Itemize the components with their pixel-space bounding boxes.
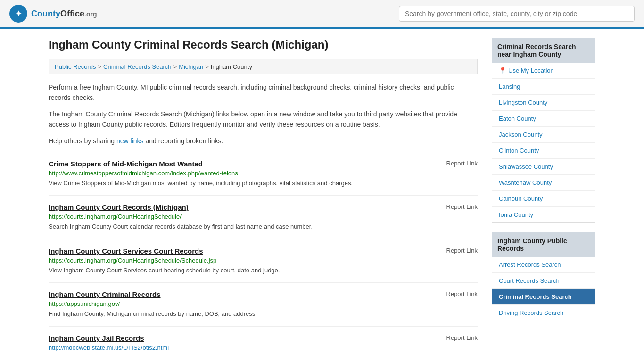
sidebar-nearby-link-1[interactable]: Lansing: [499, 83, 520, 90]
search-input[interactable]: [399, 6, 635, 22]
report-link-4[interactable]: Report Link: [446, 334, 478, 341]
record-url-2[interactable]: https://courts.ingham.org/CourtHearingSc…: [49, 257, 478, 264]
breadcrumb-sep-1: >: [98, 63, 101, 70]
record-desc-3: Find Ingham County, Michigan criminal re…: [49, 309, 478, 319]
record-title-2[interactable]: Ingham County Court Services Court Recor…: [49, 247, 203, 255]
record-item: Crime Stoppers of Mid-Michigan Most Want…: [49, 152, 478, 196]
record-url-1[interactable]: https://courts.ingham.org/CourtHearingSc…: [49, 213, 478, 220]
sidebar-public-item-3[interactable]: Driving Records Search: [492, 305, 595, 321]
breadcrumb-link-public-records[interactable]: Public Records: [55, 63, 96, 70]
record-item: Ingham County Court Records (Michigan) R…: [49, 195, 478, 239]
sidebar-nearby-link-4[interactable]: Jackson County: [499, 131, 543, 138]
sidebar-public-item-0[interactable]: Arrest Records Search: [492, 257, 595, 273]
records-list: Crime Stoppers of Mid-Michigan Most Want…: [49, 152, 478, 361]
sidebar-section2-header: Ingham County Public Records: [492, 232, 595, 257]
breadcrumb-sep-2: >: [173, 63, 177, 70]
sidebar-nearby-item-4[interactable]: Jackson County: [492, 127, 595, 143]
sidebar-nearby-item-7[interactable]: Washtenaw County: [492, 175, 595, 191]
breadcrumb-link-criminal[interactable]: Criminal Records Search: [103, 63, 172, 70]
content-area: Ingham County Criminal Records Search (M…: [49, 38, 478, 361]
record-title-0[interactable]: Crime Stoppers of Mid-Michigan Most Want…: [49, 160, 203, 168]
record-title-3[interactable]: Ingham County Criminal Records: [49, 290, 161, 298]
sidebar-nearby-item-8[interactable]: Calhoun County: [492, 191, 595, 207]
sidebar-public-link-2[interactable]: Criminal Records Search: [499, 293, 572, 300]
sidebar-nearby-item-9[interactable]: Ionia County: [492, 207, 595, 222]
sidebar-public-link-0[interactable]: Arrest Records Search: [499, 261, 561, 268]
sidebar-nearby-link-6[interactable]: Shiawassee County: [499, 163, 553, 170]
record-url-4[interactable]: http://mdocweb.state.mi.us/OTIS2/otis2.h…: [49, 344, 478, 351]
record-desc-1: Search Ingham County Court calendar reco…: [49, 222, 478, 231]
sidebar-public-link-1[interactable]: Court Records Search: [499, 277, 560, 284]
report-link-0[interactable]: Report Link: [446, 160, 478, 167]
report-link-1[interactable]: Report Link: [446, 203, 478, 210]
record-title-1[interactable]: Ingham County Court Records (Michigan): [49, 203, 189, 211]
sidebar-nearby-item-3[interactable]: Eaton County: [492, 111, 595, 127]
record-item: Ingham County Jail Records Report Link h…: [49, 326, 478, 361]
sidebar-nearby-link-2[interactable]: Livingston County: [499, 99, 547, 106]
sidebar-public-item-1[interactable]: Court Records Search: [492, 273, 595, 289]
sidebar-nearby-item-2[interactable]: Livingston County: [492, 95, 595, 111]
record-item: Ingham County Criminal Records Report Li…: [49, 282, 478, 326]
report-link-2[interactable]: Report Link: [446, 247, 478, 254]
main-container: Ingham County Criminal Records Search (M…: [39, 29, 605, 362]
new-links-link[interactable]: new links: [116, 137, 144, 145]
sidebar-section1-header: Criminal Records Search near Ingham Coun…: [492, 38, 595, 63]
page-title: Ingham County Criminal Records Search (M…: [49, 38, 478, 51]
sidebar-nearby-link-9[interactable]: Ionia County: [499, 211, 533, 218]
record-item: Ingham County Court Services Court Recor…: [49, 239, 478, 283]
sidebar-nearby-item-6[interactable]: Shiawassee County: [492, 159, 595, 175]
report-link-3[interactable]: Report Link: [446, 290, 478, 297]
logo-text: CountyOffice.org: [31, 9, 97, 19]
site-header: ✦ CountyOffice.org: [0, 0, 644, 29]
sidebar-nearby-link-5[interactable]: Clinton County: [499, 147, 539, 154]
sidebar: Criminal Records Search near Ingham Coun…: [492, 38, 595, 361]
record-url-3[interactable]: https://apps.michigan.gov/: [49, 300, 478, 307]
record-desc-0: View Crime Stoppers of Mid-Michigan most…: [49, 179, 478, 188]
description-para2: The Ingham County Criminal Records Searc…: [49, 109, 478, 130]
sidebar-nearby-link-3[interactable]: Eaton County: [499, 115, 536, 122]
description-para1: Perform a free Ingham County, MI public …: [49, 82, 478, 103]
logo-icon: ✦: [9, 5, 27, 23]
sidebar-public-item-2[interactable]: Criminal Records Search: [492, 289, 595, 305]
breadcrumb-link-michigan[interactable]: Michigan: [179, 63, 203, 70]
sidebar-nearby-item-0[interactable]: 📍Use My Location: [492, 63, 595, 79]
sidebar-public-records-links: Arrest Records SearchCourt Records Searc…: [492, 257, 595, 321]
record-title-4[interactable]: Ingham County Jail Records: [49, 334, 144, 342]
breadcrumb-current: Ingham County: [211, 63, 252, 70]
sidebar-public-link-3[interactable]: Driving Records Search: [499, 309, 563, 316]
sidebar-nearby-link-8[interactable]: Calhoun County: [499, 195, 543, 202]
sidebar-nearby-item-5[interactable]: Clinton County: [492, 143, 595, 159]
sidebar-nearby-link-0[interactable]: 📍Use My Location: [499, 67, 554, 74]
record-desc-2: View Ingham County Court Services court …: [49, 266, 478, 275]
record-url-0[interactable]: http://www.crimestoppersofmidmichigan.co…: [49, 170, 478, 177]
sidebar-nearby-link-7[interactable]: Washtenaw County: [499, 179, 552, 186]
sidebar-nearby-item-1[interactable]: Lansing: [492, 79, 595, 95]
breadcrumb: Public Records > Criminal Records Search…: [49, 59, 478, 74]
sidebar-nearby-links: 📍Use My LocationLansingLivingston County…: [492, 63, 595, 223]
logo-area[interactable]: ✦ CountyOffice.org: [9, 5, 97, 23]
breadcrumb-sep-3: >: [205, 63, 209, 70]
description-para3: Help others by sharing new links and rep…: [49, 136, 478, 146]
